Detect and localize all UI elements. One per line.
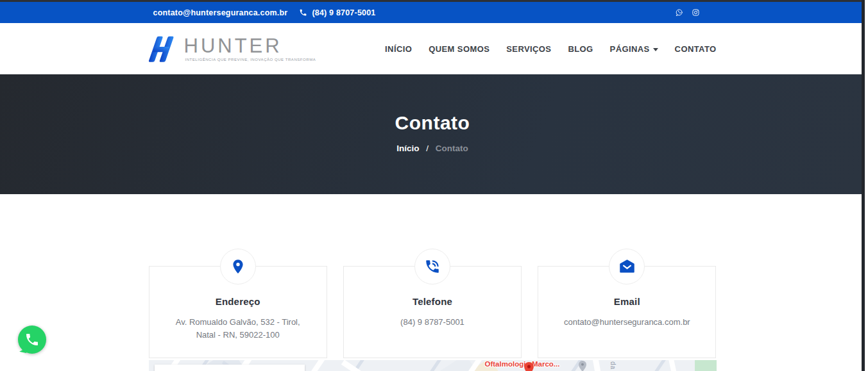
logo-tagline: INTELIGÊNCIA QUE PREVINE, INOVAÇÃO QUE T…: [185, 58, 316, 62]
card-title: Endereço: [166, 296, 310, 307]
topbar-email-link[interactable]: contato@hunterseguranca.com.br: [153, 8, 288, 17]
location-pin-icon: [230, 258, 246, 275]
nav-item-servicos[interactable]: SERVIÇOS: [506, 44, 551, 54]
page-title: Contato: [395, 112, 470, 134]
map-road: [665, 360, 690, 371]
card-text: Av. Romualdo Galvão, 532 - Tirol, Natal …: [166, 316, 310, 341]
map-road: [391, 360, 448, 371]
card-text: contato@hunterseguranca.com.br: [555, 316, 699, 329]
topbar-contact-group: contato@hunterseguranca.com.br (84) 9 87…: [149, 8, 376, 17]
map-park-area: [695, 360, 717, 371]
phone-icon: [424, 258, 441, 275]
page: contato@hunterseguranca.com.br (84) 9 87…: [0, 0, 865, 371]
card-icon-circle: [220, 249, 256, 284]
whatsapp-icon: [24, 332, 40, 347]
topbar-email-text: contato@hunterseguranca.com.br: [153, 8, 288, 17]
topbar-phone-text: (84) 9 8707-5001: [312, 8, 375, 17]
contact-card-endereco: Endereço Av. Romualdo Galvão, 532 - Tiro…: [149, 266, 327, 358]
whatsapp-icon[interactable]: [675, 8, 683, 17]
map-street-label: da: [609, 361, 617, 370]
topbar-phone-link[interactable]: (84) 9 8707-5001: [299, 8, 375, 17]
card-icon-circle: [414, 249, 450, 284]
contact-card-email: Email contato@hunterseguranca.com.br: [538, 266, 716, 358]
main-nav: INÍCIO QUEM SOMOS SERVIÇOS BLOG PÁGINAS …: [385, 44, 716, 54]
chevron-down-icon: [653, 48, 658, 51]
scrollbar[interactable]: [862, 0, 865, 371]
phone-icon: [299, 8, 307, 17]
card-icon-circle: [609, 249, 645, 284]
contact-card-telefone: Telefone (84) 9 8787-5001: [343, 266, 522, 358]
nav-item-quem-somos[interactable]: QUEM SOMOS: [429, 44, 489, 54]
map-poi-marker-icon[interactable]: [524, 362, 534, 371]
map-road: [341, 360, 423, 371]
logo[interactable]: HUNTER INTELIGÊNCIA QUE PREVINE, INOVAÇÃ…: [149, 32, 316, 65]
nav-item-paginas[interactable]: PÁGINAS: [610, 44, 658, 54]
whatsapp-float-button[interactable]: [18, 326, 46, 354]
topbar: contato@hunterseguranca.com.br (84) 9 87…: [0, 2, 865, 23]
breadcrumb-home-link[interactable]: Início: [396, 144, 419, 153]
breadcrumb-separator: /: [426, 144, 429, 153]
logo-text: HUNTER: [184, 36, 316, 56]
card-title: Telefone: [361, 296, 504, 307]
map-road: [616, 360, 672, 371]
topbar-social-group: [675, 8, 717, 17]
breadcrumb-current: Contato: [436, 144, 468, 153]
map-road: [590, 360, 612, 371]
logo-icon: [149, 32, 178, 65]
contact-cards-row: Endereço Av. Romualdo Galvão, 532 - Tiro…: [149, 266, 717, 358]
whatsapp-bubble-tail: [19, 346, 28, 353]
map-secondary-marker-icon[interactable]: [579, 361, 586, 371]
card-text: (84) 9 8787-5001: [361, 316, 504, 329]
nav-item-blog[interactable]: BLOG: [568, 44, 593, 54]
map-poi-label[interactable]: Oftalmologia Marco...: [485, 360, 560, 368]
breadcrumb: Início / Contato: [396, 144, 468, 153]
site-header: HUNTER INTELIGÊNCIA QUE PREVINE, INOVAÇÃ…: [0, 23, 865, 74]
map-info-card[interactable]: [155, 365, 305, 371]
nav-item-inicio[interactable]: INÍCIO: [385, 44, 412, 54]
page-hero: Contato Início / Contato: [0, 74, 865, 194]
instagram-icon[interactable]: [692, 8, 700, 17]
nav-item-contato[interactable]: CONTATO: [675, 44, 717, 54]
google-map[interactable]: da Oftalmologia Marco...: [149, 360, 717, 371]
card-title: Email: [555, 296, 699, 307]
envelope-icon: [618, 258, 636, 276]
